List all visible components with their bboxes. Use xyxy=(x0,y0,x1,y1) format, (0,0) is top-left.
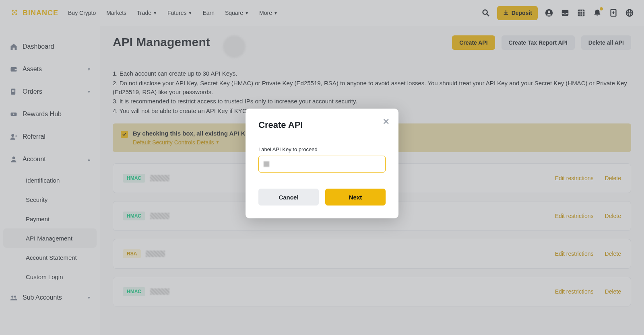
cancel-button[interactable]: Cancel xyxy=(258,189,319,206)
modal-title: Create API xyxy=(258,120,386,130)
create-api-modal: ✕ Create API Label API Key to proceed Ca… xyxy=(246,109,398,218)
modal-overlay[interactable]: ✕ Create API Label API Key to proceed Ca… xyxy=(0,0,644,335)
input-cursor-blur xyxy=(264,161,269,167)
modal-input-label: Label API Key to proceed xyxy=(258,146,386,152)
api-label-input[interactable] xyxy=(258,156,386,173)
close-icon[interactable]: ✕ xyxy=(382,117,390,126)
next-button[interactable]: Next xyxy=(325,189,386,206)
